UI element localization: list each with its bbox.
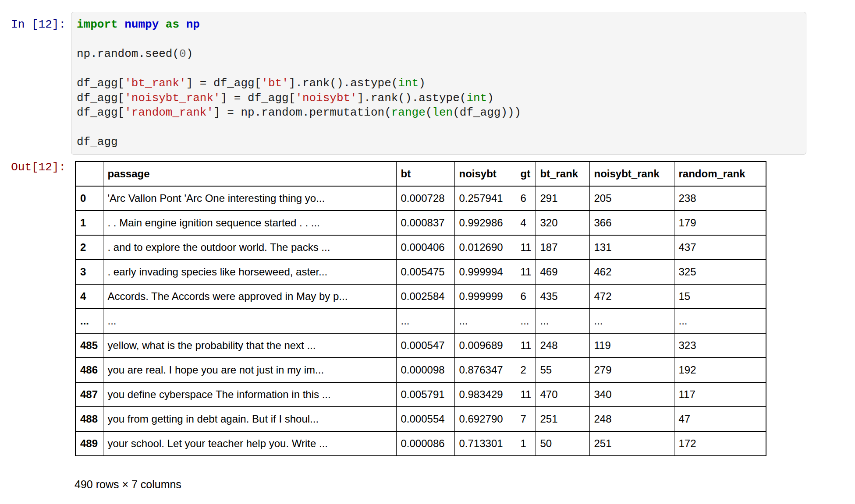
code-line: df_agg['random_rank'] = np.random.permut… — [77, 106, 802, 120]
cell-passage: Accords. The Accords were approved in Ma… — [103, 284, 396, 309]
table-row: 485yellow, what is the probability that … — [75, 333, 766, 358]
cell-passage: you define cyberspace The information in… — [103, 382, 396, 407]
cell-noisybt_rank: 131 — [589, 235, 674, 260]
row-index: 1 — [75, 211, 103, 235]
cell-gt: 11 — [516, 235, 536, 260]
column-header-gt: gt — [516, 162, 536, 186]
row-index: 0 — [75, 186, 103, 211]
cell-bt: 0.000728 — [396, 186, 454, 211]
cell-bt_rank: 469 — [536, 260, 589, 284]
cell-random_rank: ... — [674, 309, 766, 333]
code-cell-input-area[interactable]: import numpy as np np.random.seed(0) df_… — [71, 12, 806, 155]
code-line: import numpy as np — [77, 18, 802, 32]
cell-gt: 2 — [516, 358, 536, 382]
cell-random_rank: 325 — [674, 260, 766, 284]
cell-bt: ... — [396, 309, 454, 333]
table-row: 489your school. Let your teacher help yo… — [75, 431, 766, 456]
cell-random_rank: 437 — [674, 235, 766, 260]
column-header-bt: bt — [396, 162, 454, 186]
input-prompt: In [12]: — [0, 18, 66, 31]
table-row: 4Accords. The Accords were approved in M… — [75, 284, 766, 309]
code-line: np.random.seed(0) — [77, 47, 802, 62]
code-line — [77, 120, 802, 135]
cell-noisybt_rank: 462 — [589, 260, 674, 284]
table-row: 488you from getting in debt again. But i… — [75, 407, 766, 431]
dataframe-table: passagebtnoisybtgtbt_ranknoisybt_rankran… — [75, 161, 766, 456]
cell-bt_rank: 187 — [536, 235, 589, 260]
column-header-index — [75, 162, 103, 186]
table-row: 1. . Main engine ignition sequence start… — [75, 211, 766, 235]
code-line — [77, 62, 802, 77]
row-index: 485 — [75, 333, 103, 358]
cell-bt: 0.002584 — [396, 284, 454, 309]
row-index: ... — [75, 309, 103, 333]
dataframe-header-row: passagebtnoisybtgtbt_ranknoisybt_rankran… — [75, 162, 766, 186]
cell-passage: yellow, what is the probability that the… — [103, 333, 396, 358]
cell-random_rank: 117 — [674, 382, 766, 407]
code-line: df_agg['noisybt_rank'] = df_agg['noisybt… — [77, 91, 802, 106]
dataframe-shape: 490 rows × 7 columns — [75, 478, 181, 491]
cell-gt: 11 — [516, 382, 536, 407]
cell-bt: 0.000554 — [396, 407, 454, 431]
code-content[interactable]: import numpy as np np.random.seed(0) df_… — [71, 12, 806, 150]
cell-gt: 7 — [516, 407, 536, 431]
row-index: 486 — [75, 358, 103, 382]
cell-random_rank: 323 — [674, 333, 766, 358]
column-header-passage: passage — [103, 162, 396, 186]
cell-passage: you are real. I hope you are not just in… — [103, 358, 396, 382]
cell-random_rank: 192 — [674, 358, 766, 382]
cell-bt: 0.005791 — [396, 382, 454, 407]
cell-noisybt_rank: 248 — [589, 407, 674, 431]
cell-passage: 'Arc Vallon Pont 'Arc One interesting th… — [103, 186, 396, 211]
cell-noisybt_rank: 279 — [589, 358, 674, 382]
cell-bt_rank: 248 — [536, 333, 589, 358]
cell-bt: 0.000086 — [396, 431, 454, 456]
cell-bt_rank: 50 — [536, 431, 589, 456]
cell-noisybt_rank: 366 — [589, 211, 674, 235]
cell-noisybt: 0.009689 — [454, 333, 516, 358]
cell-bt_rank: 470 — [536, 382, 589, 407]
cell-bt_rank: 251 — [536, 407, 589, 431]
table-row: ........................ — [75, 309, 766, 333]
table-row: 486you are real. I hope you are not just… — [75, 358, 766, 382]
cell-passage: . and to explore the outdoor world. The … — [103, 235, 396, 260]
cell-noisybt: 0.992986 — [454, 211, 516, 235]
cell-noisybt_rank: 119 — [589, 333, 674, 358]
cell-bt_rank: 55 — [536, 358, 589, 382]
cell-random_rank: 172 — [674, 431, 766, 456]
cell-gt: 11 — [516, 333, 536, 358]
output-prompt: Out[12]: — [0, 161, 66, 174]
cell-bt_rank: ... — [536, 309, 589, 333]
cell-noisybt_rank: 251 — [589, 431, 674, 456]
code-line: df_agg['bt_rank'] = df_agg['bt'].rank().… — [77, 76, 802, 91]
cell-gt: 4 — [516, 211, 536, 235]
column-header-bt_rank: bt_rank — [536, 162, 589, 186]
cell-bt: 0.005475 — [396, 260, 454, 284]
cell-noisybt: 0.876347 — [454, 358, 516, 382]
cell-noisybt: 0.692790 — [454, 407, 516, 431]
cell-bt_rank: 435 — [536, 284, 589, 309]
cell-passage: . . Main engine ignition sequence starte… — [103, 211, 396, 235]
cell-bt_rank: 291 — [536, 186, 589, 211]
cell-bt: 0.000098 — [396, 358, 454, 382]
row-index: 3 — [75, 260, 103, 284]
row-index: 489 — [75, 431, 103, 456]
row-index: 2 — [75, 235, 103, 260]
column-header-noisybt: noisybt — [454, 162, 516, 186]
column-header-random_rank: random_rank — [674, 162, 766, 186]
cell-passage: ... — [103, 309, 396, 333]
cell-noisybt_rank: ... — [589, 309, 674, 333]
column-header-noisybt_rank: noisybt_rank — [589, 162, 674, 186]
cell-gt: 6 — [516, 284, 536, 309]
cell-random_rank: 238 — [674, 186, 766, 211]
table-row: 0'Arc Vallon Pont 'Arc One interesting t… — [75, 186, 766, 211]
dataframe-body: 0'Arc Vallon Pont 'Arc One interesting t… — [75, 186, 766, 456]
cell-random_rank: 15 — [674, 284, 766, 309]
cell-bt: 0.000406 — [396, 235, 454, 260]
cell-noisybt: 0.012690 — [454, 235, 516, 260]
table-row: 2. and to explore the outdoor world. The… — [75, 235, 766, 260]
cell-gt: 6 — [516, 186, 536, 211]
cell-passage: . early invading species like horseweed,… — [103, 260, 396, 284]
cell-noisybt: 0.257941 — [454, 186, 516, 211]
table-row: 3. early invading species like horseweed… — [75, 260, 766, 284]
